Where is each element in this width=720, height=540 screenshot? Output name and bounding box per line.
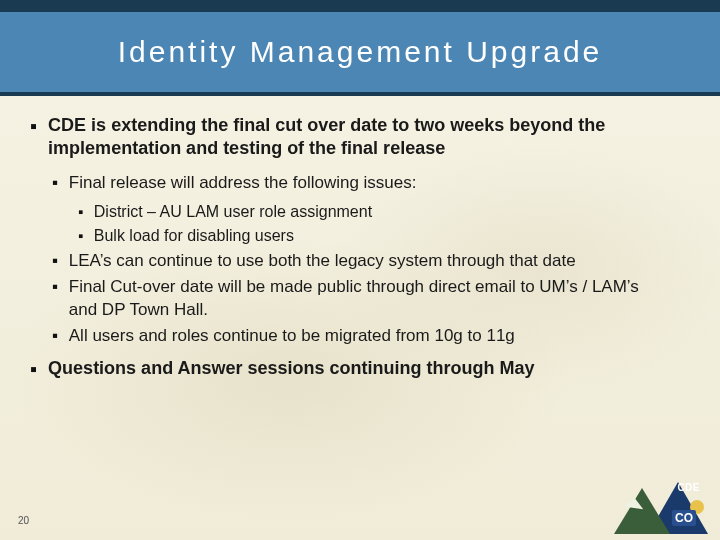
bullet-level2: LEA’s can continue to use both the legac…: [52, 250, 690, 272]
bullet-level2: Final release will address the following…: [52, 172, 690, 194]
page-number: 20: [18, 515, 29, 526]
bullet-text: District – AU LAM user role assignment: [94, 201, 634, 222]
bullet-marker-icon: [52, 325, 58, 347]
cde-logo: CDE CO: [614, 480, 706, 534]
bullet-level1: Questions and Answer sessions continuing…: [30, 357, 690, 383]
bullet-text: Final release will address the following…: [69, 172, 653, 194]
bullet-marker-icon: [52, 276, 58, 298]
bullet-text: Final Cut-over date will be made public …: [69, 276, 653, 321]
bullet-text: CDE is extending the final cut over date…: [48, 114, 658, 160]
bullet-marker-icon: [52, 172, 58, 194]
bullet-text: LEA’s can continue to use both the legac…: [69, 250, 653, 272]
bullet-level2: All users and roles continue to be migra…: [52, 325, 690, 347]
bullet-level3: District – AU LAM user role assignment: [78, 201, 690, 222]
bullet-marker-icon: [30, 114, 37, 140]
logo-text-bottom: CO: [672, 510, 696, 526]
logo-text-top: CDE: [677, 482, 700, 493]
bullet-marker-icon: [30, 357, 37, 383]
slide-title: Identity Management Upgrade: [118, 35, 603, 69]
bullet-marker-icon: [52, 250, 58, 272]
bullet-marker-icon: [78, 201, 83, 222]
bullet-level2: Final Cut-over date will be made public …: [52, 276, 690, 321]
title-bar: Identity Management Upgrade: [0, 0, 720, 96]
slide-body: CDE is extending the final cut over date…: [0, 96, 720, 383]
bullet-level3: Bulk load for disabling users: [78, 225, 690, 246]
bullet-text: All users and roles continue to be migra…: [69, 325, 653, 347]
mountain-icon: [614, 488, 670, 534]
bullet-marker-icon: [78, 225, 83, 246]
bullet-level1: CDE is extending the final cut over date…: [30, 114, 690, 160]
bullet-text: Questions and Answer sessions continuing…: [48, 357, 658, 380]
bullet-text: Bulk load for disabling users: [94, 225, 634, 246]
